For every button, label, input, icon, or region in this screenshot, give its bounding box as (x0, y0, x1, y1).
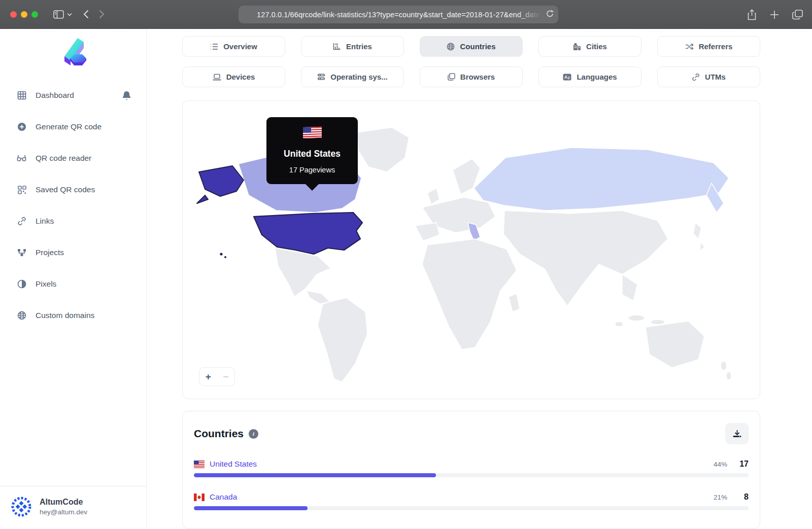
tab-label: Cities (586, 42, 607, 51)
world-map-card: United States 17 Pageviews + − (182, 100, 760, 399)
tab-languages[interactable]: A 2 Languages (538, 66, 641, 87)
back-button[interactable] (83, 10, 89, 19)
svg-text:2: 2 (568, 75, 570, 80)
account-email: hey@altum.dev (40, 508, 87, 516)
browser-chrome: 127.0.0.1/66qrcode/link-statistics/13?ty… (0, 0, 812, 29)
traffic-lights (10, 11, 38, 18)
sidebar-item-label: Generate QR code (36, 122, 101, 131)
tab-entries[interactable]: Entries (301, 36, 404, 57)
reload-icon[interactable] (546, 10, 554, 18)
info-icon[interactable]: i (249, 429, 258, 439)
sidebar-item-label: QR code reader (36, 154, 91, 163)
bell-icon[interactable] (121, 91, 132, 100)
tab-operating-systems[interactable]: Operating sys... (301, 66, 404, 87)
list-icon (210, 43, 218, 50)
avatar (11, 497, 31, 517)
close-window-button[interactable] (10, 11, 17, 18)
sidebar-item-projects[interactable]: Projects (0, 237, 146, 268)
sidebar: Dashboard Generate QR code (0, 29, 147, 529)
tab-overview[interactable]: Overview (182, 36, 285, 57)
link-icon (692, 73, 700, 81)
forward-button[interactable] (99, 10, 105, 19)
sidebar-item-saved-qr[interactable]: Saved QR codes (0, 174, 146, 205)
sidebar-item-pixels[interactable]: Pixels (0, 268, 146, 300)
sidebar-item-label: Dashboard (36, 91, 74, 100)
laptop-icon (213, 74, 221, 81)
us-flag-icon (194, 461, 205, 468)
country-row-canada: Canada 21% 8 (194, 492, 749, 510)
map-zoom-control: + − (199, 367, 235, 386)
countries-card: Countries i (182, 411, 760, 529)
sidebar-item-label: Custom domains (36, 311, 94, 320)
sidebar-item-qr-reader[interactable]: QR code reader (0, 143, 146, 174)
country-count: 8 (737, 492, 749, 502)
windows-icon (448, 73, 455, 81)
zoom-in-button[interactable]: + (199, 371, 217, 382)
tab-countries[interactable]: Countries (420, 36, 523, 57)
tab-utms[interactable]: UTMs (657, 66, 760, 87)
zoom-out-button[interactable]: − (217, 371, 235, 382)
canada-flag-icon (194, 493, 205, 501)
stat-tabs: Overview Entries Countries (182, 36, 760, 87)
tab-referrers[interactable]: Referrers (657, 36, 760, 57)
globe-icon (16, 311, 27, 320)
grid-icon (16, 91, 27, 100)
tab-label: UTMs (705, 73, 726, 81)
sidebar-item-label: Pixels (36, 279, 56, 289)
main-content: Overview Entries Countries (147, 29, 812, 529)
progress-fill (194, 473, 436, 477)
tooltip-pageviews: 17 Pageviews (272, 166, 353, 174)
tab-label: Countries (460, 42, 495, 51)
country-link[interactable]: Canada (210, 492, 237, 502)
tab-label: Operating sys... (330, 73, 388, 81)
minimize-window-button[interactable] (21, 11, 27, 18)
sidebar-item-custom-domains[interactable]: Custom domains (0, 300, 146, 331)
tab-cities[interactable]: Cities (538, 36, 641, 57)
svg-text:A: A (564, 75, 567, 80)
sidebar-item-dashboard[interactable]: Dashboard (0, 80, 146, 111)
server-icon (317, 73, 325, 81)
tab-label: Browsers (460, 73, 495, 81)
us-flag-icon (303, 126, 322, 139)
glasses-icon (16, 155, 27, 162)
share-icon[interactable] (747, 9, 757, 20)
account-footer[interactable]: AltumCode hey@altum.dev (0, 486, 146, 529)
sidebar-item-links[interactable]: Links (0, 205, 146, 237)
tab-label: Entries (346, 42, 372, 51)
country-count: 17 (737, 460, 749, 469)
nodes-icon (16, 249, 27, 257)
url-text: 127.0.0.1/66qrcode/link-statistics/13?ty… (257, 11, 540, 19)
qr-icon (16, 186, 27, 194)
new-tab-icon[interactable] (770, 10, 779, 19)
sidebar-item-label: Projects (36, 248, 64, 257)
maximize-window-button[interactable] (31, 11, 38, 18)
tab-label: Overview (223, 42, 257, 51)
country-link[interactable]: United States (210, 460, 257, 469)
tab-devices[interactable]: Devices (182, 66, 285, 87)
chevron-down-icon[interactable] (67, 13, 72, 16)
progress-track (194, 473, 749, 477)
link-icon (16, 217, 27, 226)
altumcode-logo[interactable] (0, 29, 146, 80)
plus-circle-icon (16, 122, 27, 131)
countries-title: Countries (194, 428, 244, 440)
sidebar-item-generate-qr[interactable]: Generate QR code (0, 111, 146, 143)
download-button[interactable] (725, 423, 749, 444)
sidebar-item-label: Saved QR codes (36, 185, 95, 194)
url-fade (518, 6, 541, 23)
chart-icon (333, 43, 341, 50)
download-icon (733, 430, 741, 438)
tab-browsers[interactable]: Browsers (420, 66, 523, 87)
tab-label: Languages (577, 73, 617, 81)
shuffle-icon (685, 43, 694, 50)
translate-icon: A 2 (563, 74, 571, 81)
url-bar[interactable]: 127.0.0.1/66qrcode/link-statistics/13?ty… (239, 6, 558, 23)
sidebar-toggle-icon[interactable] (53, 10, 64, 19)
country-percent: 44% (714, 461, 727, 468)
tooltip-country: United States (272, 149, 353, 159)
country-percent: 21% (714, 493, 727, 501)
globe-icon (447, 43, 455, 51)
sidebar-item-label: Links (36, 217, 54, 226)
account-name: AltumCode (40, 498, 87, 507)
tabs-overview-icon[interactable] (792, 10, 803, 20)
